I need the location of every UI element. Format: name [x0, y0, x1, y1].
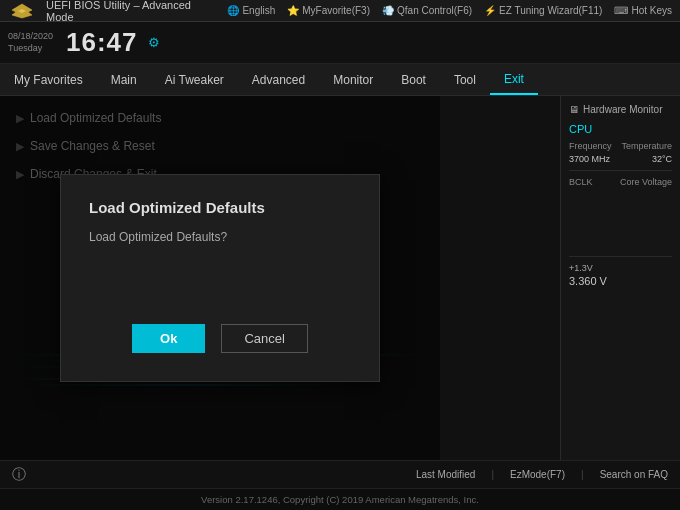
top-bar: UEFI BIOS Utility – Advanced Mode 🌐 Engl…	[0, 0, 680, 22]
bottom-bar: Version 2.17.1246, Copyright (C) 2019 Am…	[0, 488, 680, 510]
hw-freq-label: Frequency	[569, 141, 612, 151]
dialog-buttons: Ok Cancel	[89, 324, 351, 353]
language-item[interactable]: 🌐 English	[227, 5, 275, 16]
hw-monitor-title: 🖥 Hardware Monitor	[569, 104, 672, 115]
status-bar: ⓘ Last Modified | EzMode(F7) | Search on…	[0, 460, 680, 488]
hw-bclk-label: BCLK	[569, 177, 593, 187]
divider2: |	[581, 469, 584, 480]
nav-exit[interactable]: Exit	[490, 64, 538, 95]
hw-plus-label: +1.3V	[569, 263, 672, 273]
clock-bar: 08/18/2020 Tuesday 16:47 ⚙	[0, 22, 680, 64]
bios-logo	[8, 2, 36, 20]
nav-tool[interactable]: Tool	[440, 64, 490, 95]
hw-cpu-label: CPU	[569, 123, 672, 135]
nav-advanced[interactable]: Advanced	[238, 64, 319, 95]
status-bar-right: Last Modified | EzMode(F7) | Search on F…	[416, 469, 668, 480]
hw-bclk-row: BCLK Core Voltage	[569, 177, 672, 187]
search-faq-button[interactable]: Search on FAQ	[600, 469, 668, 480]
right-panel: 🖥 Hardware Monitor CPU Frequency Tempera…	[560, 96, 680, 460]
ez-tuning-item[interactable]: ⚡ EZ Tuning Wizard(F11)	[484, 5, 602, 16]
hw-freq-row: Frequency Temperature	[569, 141, 672, 151]
nav-main[interactable]: Main	[97, 64, 151, 95]
nav-menu: My Favorites Main Ai Tweaker Advanced Mo…	[0, 64, 680, 96]
nav-my-favorites[interactable]: My Favorites	[0, 64, 97, 95]
nav-boot[interactable]: Boot	[387, 64, 440, 95]
clock-time: 16:47	[66, 27, 138, 58]
nav-monitor[interactable]: Monitor	[319, 64, 387, 95]
nav-ai-tweaker[interactable]: Ai Tweaker	[151, 64, 238, 95]
top-bar-right: 🌐 English ⭐ MyFavorite(F3) 💨 Qfan Contro…	[227, 5, 672, 16]
hw-temp-value: 32°C	[652, 154, 672, 164]
hotkeys-item[interactable]: ⌨ Hot Keys	[614, 5, 672, 16]
hw-core-voltage-label: Core Voltage	[620, 177, 672, 187]
last-modified-label: Last Modified	[416, 469, 475, 480]
main-layout: ▶ Load Optimized Defaults ▶ Save Changes…	[0, 96, 680, 460]
dialog-text: Load Optimized Defaults?	[89, 230, 351, 244]
divider1: |	[491, 469, 494, 480]
clock-date: 08/18/2020 Tuesday	[8, 31, 56, 54]
hw-divider2	[569, 256, 672, 257]
dialog-box: Load Optimized Defaults Load Optimized D…	[60, 174, 380, 382]
hw-freq-value: 3700 MHz	[569, 154, 610, 164]
hw-divider	[569, 170, 672, 171]
monitor-icon: 🖥	[569, 104, 579, 115]
dialog-title: Load Optimized Defaults	[89, 199, 351, 216]
left-panel: ▶ Load Optimized Defaults ▶ Save Changes…	[0, 96, 560, 460]
copyright-text: Version 2.17.1246, Copyright (C) 2019 Am…	[201, 494, 479, 505]
hw-values-row: 3700 MHz 32°C	[569, 154, 672, 164]
info-icon: ⓘ	[12, 466, 26, 484]
ez-mode-button[interactable]: EzMode(F7)	[510, 469, 565, 480]
ok-button[interactable]: Ok	[132, 324, 205, 353]
dialog-overlay: Load Optimized Defaults Load Optimized D…	[0, 96, 440, 460]
qfan-item[interactable]: 💨 Qfan Control(F6)	[382, 5, 472, 16]
hw-plus-value: 3.360 V	[569, 275, 672, 287]
bios-title: UEFI BIOS Utility – Advanced Mode	[46, 0, 217, 23]
cancel-button[interactable]: Cancel	[221, 324, 307, 353]
myfavorite-item[interactable]: ⭐ MyFavorite(F3)	[287, 5, 370, 16]
hw-temp-label: Temperature	[621, 141, 672, 151]
gear-icon[interactable]: ⚙	[148, 35, 160, 50]
